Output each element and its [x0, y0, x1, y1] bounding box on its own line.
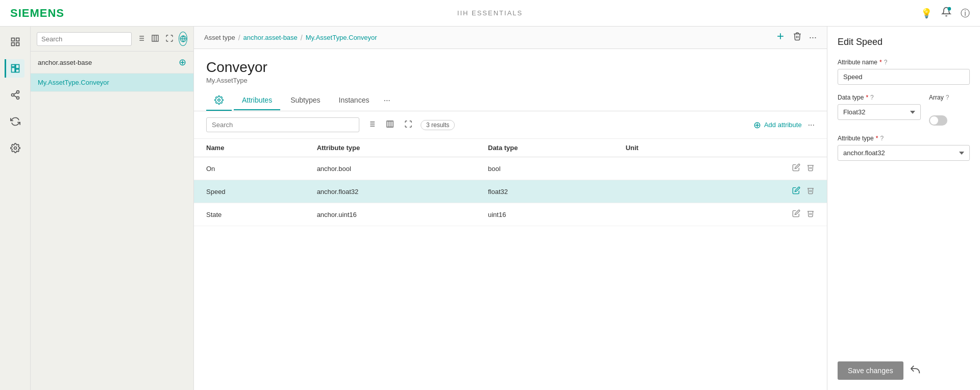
bulb-icon[interactable]: 💡	[921, 8, 932, 19]
svg-point-11	[16, 96, 19, 99]
tab-subtypes[interactable]: Subtypes	[282, 91, 328, 110]
tabs-more-btn[interactable]: ···	[379, 92, 394, 109]
breadcrumb-conveyor[interactable]: My.AssetType.Conveyor	[306, 34, 377, 41]
breadcrumb-asset-type: Asset type	[204, 34, 235, 41]
header-icons: 💡 ⓘ	[921, 7, 970, 19]
attribute-type-help-icon[interactable]: ?	[880, 135, 884, 142]
svg-rect-1	[11, 38, 14, 41]
row-on-delete-btn[interactable]	[806, 163, 815, 174]
edit-panel-title: Edit Speed	[838, 37, 970, 47]
svg-point-9	[16, 91, 19, 93]
tab-gear[interactable]	[206, 90, 232, 111]
row-on-actions	[720, 163, 815, 174]
filter-icon-btn[interactable]	[135, 33, 147, 45]
reset-button[interactable]	[910, 364, 921, 378]
icon-sidebar	[0, 27, 31, 390]
required-star: *	[876, 135, 878, 142]
siemens-logo: SIEMENS	[10, 7, 64, 20]
breadcrumb-add-btn[interactable]	[775, 31, 786, 44]
breadcrumb-anchor-asset-base[interactable]: anchor.asset-base	[243, 34, 298, 41]
tab-subtypes-label: Subtypes	[290, 96, 320, 104]
breadcrumb-delete-btn[interactable]	[793, 32, 802, 43]
page-subtitle: My.AssetType	[206, 77, 815, 84]
array-group: Array ?	[929, 94, 970, 126]
brackets-icon-btn[interactable]	[163, 33, 176, 45]
tabs-bar: Attributes Subtypes Instances ···	[194, 90, 827, 111]
breadcrumb-sep-1: /	[238, 34, 240, 42]
tab-instances[interactable]: Instances	[331, 91, 378, 110]
search-btn-group	[135, 33, 176, 45]
page-title: Conveyor	[206, 59, 815, 76]
attribute-type-group: Attribute type * ? anchor.float32 anchor…	[838, 135, 970, 161]
array-toggle[interactable]	[929, 115, 947, 126]
table-toolbar-more-btn[interactable]: ···	[808, 120, 815, 130]
row-speed-edit-btn[interactable]	[792, 186, 800, 197]
data-type-select[interactable]: Float32 Bool Int32 UInt16 String	[838, 104, 921, 120]
data-type-label: Data type * ?	[838, 94, 921, 101]
sidebar-item-share[interactable]	[6, 86, 24, 104]
svg-rect-4	[16, 43, 19, 46]
row-state-actions	[720, 209, 815, 220]
col-actions	[708, 139, 827, 157]
main-layout: anchor.asset-base ⊕ My.AssetType.Conveyo…	[0, 27, 980, 390]
svg-point-14	[14, 147, 16, 150]
row-state-delete-btn[interactable]	[806, 209, 815, 220]
data-type-array-row: Data type * ? Float32 Bool Int32 UInt16 …	[838, 94, 970, 126]
columns-icon-btn[interactable]	[149, 33, 161, 45]
sidebar-item-dashboard[interactable]	[5, 59, 24, 78]
attribute-type-select[interactable]: anchor.float32 anchor.bool anchor.uint16	[838, 145, 970, 161]
table-row[interactable]: Speed anchor.float32 float32	[194, 180, 827, 203]
svg-rect-2	[16, 38, 19, 41]
data-type-help-icon[interactable]: ?	[870, 94, 874, 101]
svg-point-10	[11, 94, 14, 96]
globe-btn[interactable]	[179, 32, 187, 46]
left-panel: anchor.asset-base ⊕ My.AssetType.Conveyo…	[31, 27, 194, 390]
attr-filter-btn[interactable]	[365, 119, 378, 131]
sidebar-item-sync[interactable]	[6, 112, 24, 131]
attr-columns-btn[interactable]	[384, 119, 396, 131]
attribute-name-group: Attribute name * ?	[838, 59, 970, 85]
info-icon[interactable]: ⓘ	[961, 7, 970, 19]
table-row[interactable]: On anchor.bool bool	[194, 157, 827, 180]
left-panel-search-bar	[31, 27, 193, 52]
panel-item-conveyor[interactable]: My.AssetType.Conveyor	[31, 74, 193, 92]
panel-item-label: anchor.asset-base	[38, 59, 92, 66]
array-help-icon[interactable]: ?	[946, 94, 949, 101]
edit-actions: Save changes	[838, 351, 970, 380]
sidebar-item-grid[interactable]	[6, 33, 24, 51]
attribute-name-help-icon[interactable]: ?	[884, 59, 888, 66]
save-changes-button[interactable]: Save changes	[838, 361, 903, 380]
svg-point-0	[948, 7, 951, 11]
row-on-data-type: bool	[476, 157, 614, 180]
breadcrumb-bar: Asset type / anchor.asset-base / My.Asse…	[194, 27, 827, 49]
tab-attributes-label: Attributes	[242, 96, 272, 104]
svg-rect-5	[11, 65, 15, 67]
breadcrumb-actions: ···	[775, 31, 817, 44]
table-row[interactable]: State anchor.uint16 uint16	[194, 203, 827, 226]
row-state-name: State	[194, 203, 305, 226]
results-badge: 3 results	[421, 120, 455, 130]
row-state-edit-btn[interactable]	[792, 209, 800, 220]
add-attribute-button[interactable]: ⊕ Add attribute	[753, 119, 802, 131]
attr-brackets-btn[interactable]	[402, 119, 414, 131]
table-toolbar: 3 results ⊕ Add attribute ···	[194, 111, 827, 139]
breadcrumb-more-btn[interactable]: ···	[809, 32, 817, 43]
attribute-type-label: Attribute type * ?	[838, 135, 970, 142]
svg-rect-8	[15, 69, 19, 72]
search-input[interactable]	[37, 32, 132, 46]
row-on-attr-type: anchor.bool	[305, 157, 476, 180]
row-speed-delete-btn[interactable]	[806, 186, 815, 197]
sidebar-item-settings[interactable]	[6, 139, 24, 157]
attribute-name-label: Attribute name * ?	[838, 59, 970, 66]
col-unit: Unit	[614, 139, 708, 157]
notification-icon[interactable]	[941, 7, 951, 19]
attr-search-input[interactable]	[206, 117, 359, 132]
attribute-name-input[interactable]	[838, 69, 970, 85]
app-title: IIH ESSENTIALS	[457, 9, 523, 17]
row-speed-attr-type: anchor.float32	[305, 180, 476, 203]
add-child-icon[interactable]: ⊕	[179, 57, 186, 68]
panel-item-anchor-asset-base[interactable]: anchor.asset-base ⊕	[31, 52, 193, 74]
svg-rect-6	[15, 65, 19, 69]
tab-attributes[interactable]: Attributes	[234, 91, 280, 110]
row-on-edit-btn[interactable]	[792, 163, 800, 174]
